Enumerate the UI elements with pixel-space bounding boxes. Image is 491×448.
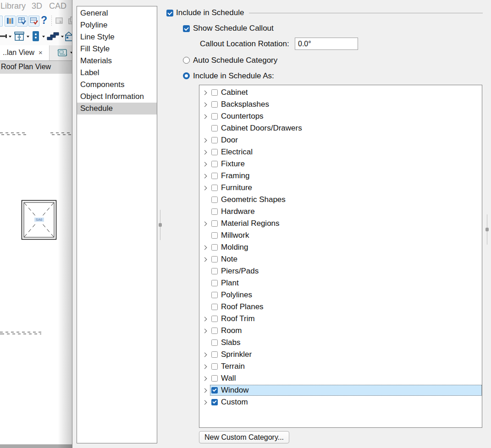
category-tree-row[interactable]: Hardware	[199, 206, 482, 218]
menu-3d[interactable]: 3D	[32, 1, 42, 11]
expand-chevron-slot[interactable]	[202, 115, 210, 118]
category-tree-row[interactable]: Molding	[199, 241, 482, 253]
category-tree-row[interactable]: Door	[199, 134, 482, 146]
tab-roof-plan-view[interactable]: Roof Plan View	[0, 60, 72, 74]
new-custom-category-button[interactable]: New Custom Category...	[199, 431, 289, 443]
category-checkbox[interactable]	[211, 256, 218, 262]
chevron-right-icon[interactable]	[203, 162, 207, 166]
chevron-right-icon[interactable]	[203, 90, 207, 95]
expand-chevron-slot[interactable]	[202, 139, 210, 142]
schedule-check-icon[interactable]	[28, 16, 39, 27]
category-tree-row[interactable]: Furniture	[199, 182, 482, 194]
category-row-body[interactable]: Cabinet	[210, 87, 482, 98]
dialog-panel-item[interactable]: Object Information	[77, 91, 157, 103]
wall-tool-icon[interactable]	[0, 32, 7, 40]
category-tree-row[interactable]: Geometric Shapes	[199, 194, 482, 206]
stairs-tool-icon[interactable]	[47, 31, 60, 42]
dashed-roof-edge-top-left[interactable]	[0, 132, 26, 135]
category-row-body[interactable]: Fixture	[210, 158, 482, 169]
expand-chevron-slot[interactable]	[202, 163, 210, 166]
chevron-right-icon[interactable]	[203, 102, 207, 107]
cabinet-tool-icon[interactable]	[14, 31, 25, 42]
expand-chevron-slot[interactable]	[202, 103, 210, 106]
category-checkbox[interactable]	[211, 232, 218, 239]
dashed-roof-edge-top-right[interactable]	[50, 132, 72, 135]
expand-chevron-slot[interactable]	[202, 401, 210, 404]
category-row-body[interactable]: Backsplashes	[210, 99, 482, 110]
expand-chevron-slot[interactable]	[202, 306, 210, 309]
chevron-right-icon[interactable]	[203, 317, 207, 321]
category-checkbox[interactable]	[211, 280, 218, 286]
category-checkbox[interactable]	[211, 137, 218, 143]
chevron-right-icon[interactable]	[203, 257, 207, 262]
category-row-body[interactable]: Framing	[210, 170, 482, 181]
dashed-roof-edge-bottom[interactable]	[0, 332, 41, 334]
skylight-symbol[interactable]: SA6	[21, 200, 57, 240]
horizontal-scrollbar[interactable]	[0, 444, 72, 448]
category-row-body[interactable]: Window	[210, 385, 482, 396]
chevron-right-icon[interactable]	[203, 245, 207, 250]
category-row-body[interactable]: Plant	[210, 278, 482, 289]
dialog-panel-item[interactable]: Fill Style	[77, 43, 157, 55]
category-row-body[interactable]: Roof Planes	[210, 301, 482, 312]
expand-chevron-slot[interactable]	[202, 282, 210, 285]
expand-chevron-slot[interactable]	[202, 294, 210, 297]
expand-chevron-slot[interactable]	[202, 377, 210, 380]
category-checkbox[interactable]	[211, 149, 218, 155]
category-tree-row[interactable]: Window	[199, 384, 482, 396]
include-as-radio[interactable]	[183, 72, 190, 79]
category-tree-row[interactable]: Slabs	[199, 337, 482, 349]
category-tree-row[interactable]: Piers/Pads	[199, 265, 482, 277]
category-tree-row[interactable]: Backsplashes	[199, 98, 482, 110]
category-row-body[interactable]: Slabs	[210, 337, 482, 348]
category-checkbox[interactable]	[211, 387, 218, 393]
category-checkbox[interactable]	[211, 339, 218, 346]
category-checkbox[interactable]	[211, 125, 218, 131]
library-browser-icon[interactable]	[5, 16, 16, 27]
category-checkbox[interactable]	[211, 113, 218, 120]
expand-chevron-slot[interactable]	[202, 329, 210, 333]
chevron-right-icon[interactable]	[203, 328, 207, 333]
category-tree-row[interactable]: Countertops	[199, 110, 482, 122]
expand-chevron-slot[interactable]	[202, 151, 210, 154]
category-tree-row[interactable]: Terrain	[199, 361, 482, 372]
category-tree-row[interactable]: Wall	[199, 372, 482, 384]
include-in-schedule-checkbox[interactable]	[166, 10, 173, 16]
category-checkbox[interactable]	[211, 351, 218, 358]
dialog-panel-item[interactable]: General	[77, 7, 157, 19]
category-checkbox[interactable]	[211, 328, 218, 334]
category-checkbox[interactable]	[211, 161, 218, 167]
category-tree-row[interactable]: Millwork	[199, 229, 482, 241]
plan-check-icon[interactable]	[17, 16, 28, 27]
menu-cad[interactable]: CAD	[49, 1, 66, 11]
category-row-body[interactable]: Cabinet Doors/Drawers	[210, 123, 482, 134]
category-checkbox[interactable]	[211, 89, 218, 96]
expand-chevron-slot[interactable]	[202, 258, 210, 261]
category-checkbox[interactable]	[211, 316, 218, 322]
chevron-right-icon[interactable]	[203, 186, 207, 190]
chevron-right-icon[interactable]	[203, 376, 207, 381]
dialog-panel-item[interactable]: Polyline	[77, 19, 157, 31]
category-row-body[interactable]: Door	[210, 135, 482, 146]
category-tree-row[interactable]: Cabinet	[199, 87, 482, 98]
category-row-body[interactable]: Furniture	[210, 182, 482, 193]
category-row-body[interactable]: Material Regions	[210, 218, 482, 229]
show-schedule-callout-checkbox[interactable]	[183, 25, 190, 32]
chevron-right-icon[interactable]	[203, 138, 207, 142]
category-tree-row[interactable]: Custom	[199, 396, 482, 408]
category-tree-row[interactable]: Plant	[199, 277, 482, 289]
tab-close-icon[interactable]: ×	[39, 49, 43, 56]
menu-library[interactable]: Library	[0, 1, 26, 11]
expand-chevron-slot[interactable]	[202, 353, 210, 356]
category-row-body[interactable]: Molding	[210, 242, 482, 253]
category-checkbox[interactable]	[211, 292, 218, 298]
dialog-panel-item[interactable]: Label	[77, 67, 157, 79]
clipped-icon[interactable]	[0, 16, 3, 27]
category-checkbox[interactable]	[211, 244, 218, 251]
category-checkbox[interactable]	[211, 197, 218, 203]
dialog-panel-item[interactable]: Schedule	[77, 103, 157, 115]
stairs-tool-caret-icon[interactable]	[61, 36, 64, 38]
category-tree-row[interactable]: Cabinet Doors/Drawers	[199, 122, 482, 134]
expand-chevron-slot[interactable]	[202, 389, 210, 392]
expand-chevron-slot[interactable]	[202, 198, 210, 202]
